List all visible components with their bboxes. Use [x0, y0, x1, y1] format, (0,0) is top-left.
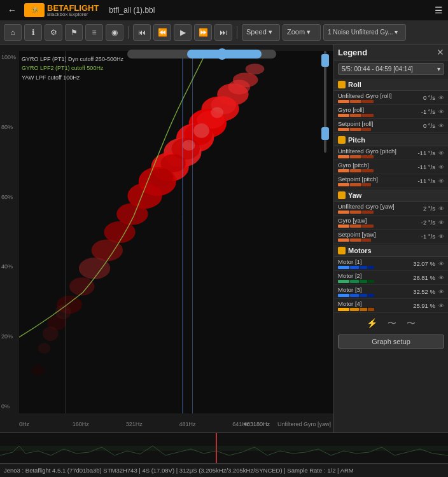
logo-text: BETAFLIGHT	[47, 4, 99, 12]
x-label-321hz: 321Hz	[126, 421, 143, 427]
flag-button[interactable]: ⚑	[65, 24, 83, 41]
label-gyro-lpf2: GYRO LPF2 (PT1) cutoff 500Hz	[22, 65, 103, 71]
yaw-setpoint-row: Setpoint [yaw] -1 °/s 👁	[334, 230, 448, 244]
motor3-row: Motor [3] 32.52 % 👁	[334, 285, 448, 299]
toolbar-sep-1	[128, 26, 129, 39]
skip-start-button[interactable]: ⏮	[133, 24, 151, 41]
timeline-svg	[0, 433, 448, 463]
signal-icon-3[interactable]: 〜	[407, 318, 416, 329]
yaw-setpoint-eye[interactable]: 👁	[438, 233, 444, 240]
roll-unfiltered-label: Unfiltered Gyro [roll]	[338, 92, 416, 99]
roll-gyro-eye[interactable]: 👁	[438, 109, 444, 115]
signal-icon-2[interactable]: 〜	[388, 318, 396, 329]
channel-dropdown[interactable]: 1 Noise Unfiltered Gy... ▾	[323, 24, 406, 41]
motor4-label: Motor [4]	[338, 300, 412, 307]
settings-button[interactable]: ⚙	[45, 24, 62, 41]
motor2-label: Motor [2]	[338, 272, 412, 279]
roll-setpoint-eye[interactable]: 👁	[438, 123, 444, 129]
main-content: 100% 80% 60% 40% 20% 0%	[0, 45, 448, 432]
chart-area[interactable]: 100% 80% 60% 40% 20% 0%	[0, 45, 333, 432]
pitch-gyro-eye[interactable]: 👁	[438, 164, 444, 170]
roll-title: Roll	[348, 81, 361, 88]
toolbar-sep-2	[237, 26, 237, 39]
pitch-setpoint-bar-2	[350, 183, 361, 186]
motor3-bar-4	[368, 294, 374, 297]
motor1-bar-3	[360, 266, 367, 269]
section-motors: Motors	[334, 245, 448, 257]
layers-button[interactable]: ≡	[85, 24, 103, 41]
legend-close-button[interactable]: ✕	[437, 47, 444, 57]
yaw-title: Yaw	[348, 191, 361, 199]
statusbar: Jeno3 : Betaflight 4.5.1 (77d01ba3b) STM…	[0, 463, 448, 477]
v-slider-thumb-bottom[interactable]	[321, 127, 329, 140]
pitch-unfiltered-bar-2	[350, 155, 361, 158]
pitch-title: Pitch	[348, 136, 365, 144]
pitch-color-box	[338, 136, 346, 144]
motor1-bar-2	[350, 266, 359, 269]
segment-dropdown[interactable]: 5/5: 00:44 - 04:59 [04:14] ▾	[338, 63, 444, 75]
motor2-eye[interactable]: 👁	[438, 275, 444, 281]
h-range-slider[interactable]	[127, 50, 276, 59]
signal-icons: ⚡ 〜 〜	[338, 315, 444, 332]
yaw-unfiltered-eye[interactable]: 👁	[438, 205, 444, 212]
next-button[interactable]: ⏩	[194, 24, 212, 41]
logo-text-group: BETAFLIGHT Blackbox Explorer	[47, 4, 99, 17]
label-yaw-lpf: YAW LPF cutoff 100Hz	[22, 74, 80, 81]
roll-gyro-label: Gyro [roll]	[338, 106, 416, 113]
x-label-481hz: 481Hz	[179, 421, 196, 427]
yaw-setpoint-bar-3	[362, 238, 371, 242]
motor1-bar-1	[338, 266, 349, 269]
location-button[interactable]: ◉	[106, 24, 123, 41]
speed-dropdown[interactable]: Speed ▾	[242, 24, 280, 41]
roll-setpoint-row: Setpoint [roll] 0 °/s 👁	[334, 119, 448, 133]
motor1-label: Motor [1]	[338, 258, 412, 265]
roll-gyro-bar-2	[350, 114, 361, 117]
zoom-dropdown[interactable]: Zoom ▾	[283, 24, 321, 41]
prev-button[interactable]: ⏪	[153, 24, 171, 41]
motor1-eye[interactable]: 👁	[438, 261, 444, 267]
yaw-setpoint-value: -1 °/s	[417, 233, 435, 240]
svg-point-28	[38, 343, 51, 354]
skip-end-button[interactable]: ⏭	[214, 24, 232, 41]
motor2-row: Motor [2] 26.81 % 👁	[334, 271, 448, 285]
motor1-row: Motor [1] 32.07 % 👁	[334, 257, 448, 271]
yaw-gyro-eye[interactable]: 👁	[438, 219, 444, 226]
toolbar: ⌂ ℹ ⚙ ⚑ ≡ ◉ ⏮ ⏪ ▶ ⏩ ⏭ Speed ▾ Zoom ▾ 1 N…	[0, 20, 448, 45]
graph-setup-button[interactable]: Graph setup	[338, 335, 444, 349]
mini-timeline[interactable]	[0, 432, 448, 463]
info-button[interactable]: ℹ	[24, 24, 42, 41]
yaw-gyro-row: Gyro [yaw] -2 °/s 👁	[334, 216, 448, 230]
motor3-bar-3	[360, 294, 367, 297]
v-slider-thumb-top[interactable]	[321, 54, 329, 67]
back-button[interactable]: ←	[5, 5, 19, 15]
motor3-value: 32.52 %	[413, 288, 435, 295]
pitch-unfiltered-eye[interactable]: 👁	[438, 150, 444, 156]
label-gyro-lpf: GYRO LPF (PT1) Dyn cutoff 250-500Hz	[22, 56, 123, 62]
home-button[interactable]: ⌂	[4, 24, 22, 41]
pitch-gyro-value: -11 °/s	[417, 163, 435, 170]
motor4-row: Motor [4] 25.91 % 👁	[334, 299, 448, 313]
play-button[interactable]: ▶	[174, 24, 192, 41]
svg-point-29	[32, 364, 45, 375]
motor3-bar-1	[338, 294, 349, 297]
roll-unfiltered-eye[interactable]: 👁	[438, 95, 444, 101]
pitch-unfiltered-row: Unfiltered Gyro [pitch] -11 °/s 👁	[334, 146, 448, 160]
y-label-20: 20%	[1, 333, 13, 340]
titlebar: ← 🐝 BETAFLIGHT Blackbox Explorer btfl_al…	[0, 0, 448, 20]
menu-icon[interactable]: ☰	[435, 5, 443, 15]
titlebar-left: ← 🐝 BETAFLIGHT Blackbox Explorer btfl_al…	[5, 3, 155, 17]
motor4-bar-2	[350, 308, 359, 311]
roll-unfiltered-value: 0 °/s	[417, 94, 435, 101]
svg-point-13	[79, 258, 110, 279]
pitch-setpoint-eye[interactable]: 👁	[438, 178, 444, 184]
pitch-unfiltered-bar-3	[362, 155, 374, 158]
pitch-gyro-bar-1	[338, 169, 349, 172]
roll-gyro-row: Gyro [roll] -1 °/s 👁	[334, 105, 448, 119]
motor4-eye[interactable]: 👁	[438, 303, 444, 309]
signal-icon-1[interactable]: ⚡	[367, 318, 377, 329]
motor3-eye[interactable]: 👁	[438, 289, 444, 295]
pitch-unfiltered-bar-1	[338, 155, 349, 158]
yaw-color-box	[338, 191, 346, 199]
yaw-unfiltered-row: Unfiltered Gyro [yaw] 2 °/s 👁	[334, 202, 448, 216]
v-range-slider[interactable]	[322, 51, 328, 153]
